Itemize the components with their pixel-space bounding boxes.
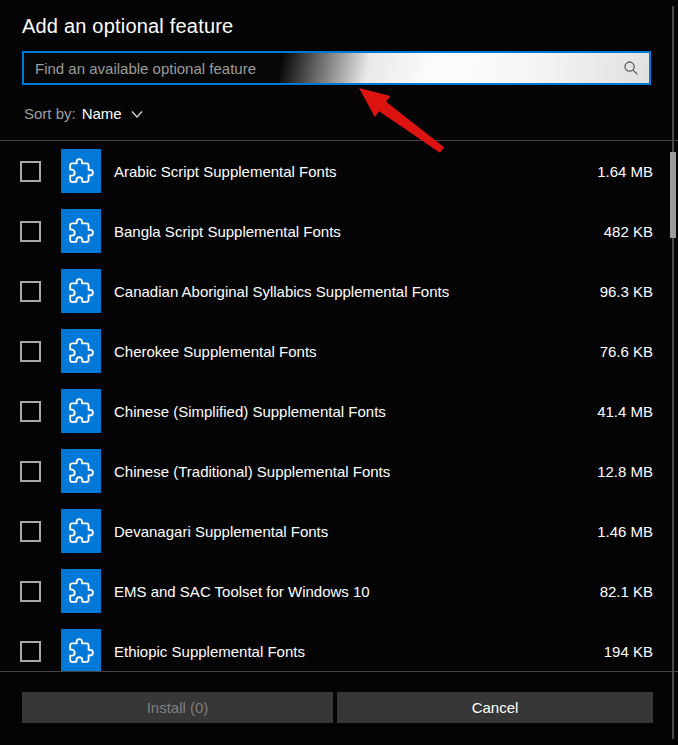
- feature-name: Arabic Script Supplemental Fonts: [114, 163, 597, 180]
- feature-row[interactable]: Bangla Script Supplemental Fonts 482 KB: [0, 201, 678, 261]
- feature-checkbox[interactable]: [20, 221, 41, 242]
- feature-size: 1.46 MB: [597, 523, 653, 540]
- feature-name: EMS and SAC Toolset for Windows 10: [114, 583, 600, 600]
- scrollbar-track[interactable]: [672, 6, 674, 739]
- feature-checkbox[interactable]: [20, 341, 41, 362]
- puzzle-piece-icon: [61, 449, 101, 493]
- scrollbar-thumb[interactable]: [670, 152, 676, 238]
- feature-checkbox[interactable]: [20, 521, 41, 542]
- puzzle-piece-icon: [61, 209, 101, 253]
- puzzle-piece-icon: [61, 569, 101, 613]
- feature-row[interactable]: Devanagari Supplemental Fonts 1.46 MB: [0, 501, 678, 561]
- feature-row[interactable]: Canadian Aboriginal Syllabics Supplement…: [0, 261, 678, 321]
- puzzle-piece-icon: [61, 149, 101, 193]
- feature-name: Chinese (Simplified) Supplemental Fonts: [114, 403, 597, 420]
- install-button[interactable]: Install (0): [22, 692, 333, 723]
- puzzle-piece-icon: [61, 629, 101, 672]
- cancel-button[interactable]: Cancel: [337, 692, 653, 723]
- puzzle-piece-icon: [61, 329, 101, 373]
- puzzle-piece-icon: [61, 269, 101, 313]
- feature-row[interactable]: Cherokee Supplemental Fonts 76.6 KB: [0, 321, 678, 381]
- feature-size: 96.3 KB: [600, 283, 653, 300]
- feature-size: 12.8 MB: [597, 463, 653, 480]
- feature-row[interactable]: Arabic Script Supplemental Fonts 1.64 MB: [0, 141, 678, 201]
- feature-row[interactable]: Chinese (Traditional) Supplemental Fonts…: [0, 441, 678, 501]
- feature-size: 1.64 MB: [597, 163, 653, 180]
- feature-list: Arabic Script Supplemental Fonts 1.64 MB…: [0, 140, 678, 672]
- sort-value: Name: [82, 105, 122, 122]
- feature-name: Ethiopic Supplemental Fonts: [114, 643, 604, 660]
- feature-checkbox[interactable]: [20, 641, 41, 662]
- puzzle-piece-icon: [61, 509, 101, 553]
- feature-name: Chinese (Traditional) Supplemental Fonts: [114, 463, 597, 480]
- page-title: Add an optional feature: [22, 15, 233, 38]
- feature-checkbox[interactable]: [20, 401, 41, 422]
- feature-size: 82.1 KB: [600, 583, 653, 600]
- feature-size: 76.6 KB: [600, 343, 653, 360]
- feature-size: 194 KB: [604, 643, 653, 660]
- feature-name: Devanagari Supplemental Fonts: [114, 523, 597, 540]
- puzzle-piece-icon: [61, 389, 101, 433]
- feature-name: Bangla Script Supplemental Fonts: [114, 223, 604, 240]
- feature-checkbox[interactable]: [20, 461, 41, 482]
- search-input[interactable]: Find an available optional feature: [22, 51, 651, 85]
- sort-control[interactable]: Sort by: Name: [24, 105, 143, 122]
- feature-checkbox[interactable]: [20, 161, 41, 182]
- feature-name: Canadian Aboriginal Syllabics Supplement…: [114, 283, 600, 300]
- feature-checkbox[interactable]: [20, 281, 41, 302]
- feature-size: 482 KB: [604, 223, 653, 240]
- feature-size: 41.4 MB: [597, 403, 653, 420]
- feature-row[interactable]: EMS and SAC Toolset for Windows 10 82.1 …: [0, 561, 678, 621]
- feature-checkbox[interactable]: [20, 581, 41, 602]
- cancel-button-label: Cancel: [472, 699, 519, 716]
- search-placeholder: Find an available optional feature: [24, 60, 623, 77]
- sort-label: Sort by:: [24, 105, 76, 122]
- feature-row[interactable]: Ethiopic Supplemental Fonts 194 KB: [0, 621, 678, 672]
- feature-name: Cherokee Supplemental Fonts: [114, 343, 600, 360]
- magnifier-icon: [623, 60, 639, 76]
- chevron-down-icon: [131, 110, 143, 119]
- install-button-label: Install (0): [147, 699, 209, 716]
- feature-row[interactable]: Chinese (Simplified) Supplemental Fonts …: [0, 381, 678, 441]
